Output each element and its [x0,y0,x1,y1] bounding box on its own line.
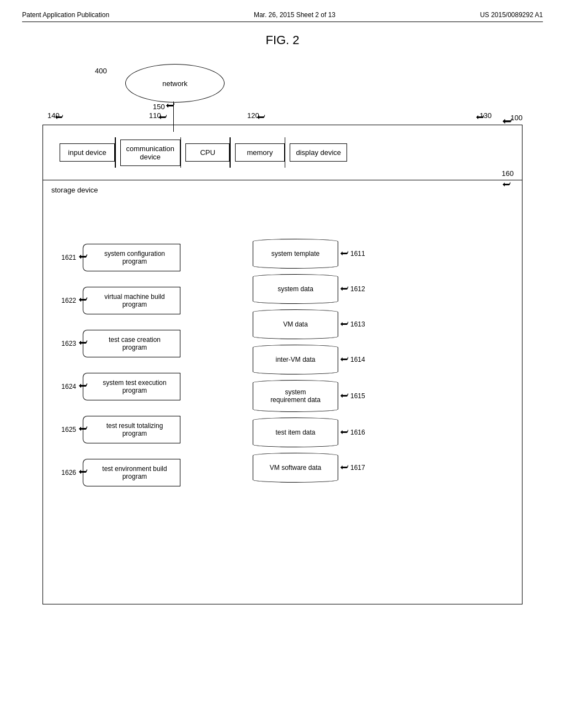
diagram: 400 network 100 ⮨ 150 ⮨ 140 ⮨ 110 ⮨ 120 [42,64,523,643]
data-label-1612: system data [278,285,313,293]
arrow-110: ⮨ [159,113,167,122]
storage-section: storage device 1621 ⮨ system configurati… [43,180,522,604]
data-item-1615: systemrequirement data ⮨ 1615 [253,385,407,407]
cpu-label: CPU [200,148,215,157]
top-row: 140 ⮨ 110 ⮨ 120 ⮨ 130 ⮨ input device [43,125,522,180]
prog-box-1621: system configurationprogram [89,244,180,271]
data-label-1616: test item data [275,429,315,436]
cyl-sym-1617: ⮨ [340,463,349,473]
data-id-1617: 1617 [350,464,365,472]
arrow-140: ⮨ [55,113,63,122]
vline-2 [180,137,182,168]
data-id-1612: 1612 [350,285,365,293]
fig-title: FIG. 2 [22,33,543,47]
prog-id-1623: 1623 [51,340,76,347]
data-item-1617: VM software data ⮨ 1617 [253,458,407,478]
data-cyl-1617: VM software data [253,458,338,478]
page: Patent Application Publication Mar. 26, … [0,0,565,728]
program-item-1624: 1624 ⮨ system test executionprogram [51,373,206,400]
data-cyl-1616: test item data [253,422,338,442]
header-center: Mar. 26, 2015 Sheet 2 of 13 [254,11,335,19]
memory-box: memory [235,143,285,162]
data-column: system template ⮨ 1611 system data [253,244,407,493]
vline-3 [230,137,231,168]
program-item-1625: 1625 ⮨ test result totalizingprogram [51,416,206,443]
label-160: 160 [502,169,514,178]
comm-device-label: communicationdevice [126,144,174,161]
data-item-1614: inter-VM data ⮨ 1614 [253,350,407,370]
arrow-130: ⮨ [476,113,484,122]
prog-label-1621: system configurationprogram [104,250,165,265]
cyl-sym-1611: ⮨ [340,249,349,259]
prog-label-1623: test case creationprogram [109,336,161,351]
program-item-1626: 1626 ⮨ test environment buildprogram [51,459,206,486]
network-label: network [162,79,188,88]
data-cyl-1615: systemrequirement data [253,385,338,407]
data-cyl-1611: system template [253,244,338,264]
data-id-1616: 1616 [350,429,365,436]
data-item-1611: system template ⮨ 1611 [253,244,407,264]
data-item-1612: system data ⮨ 1612 [253,279,407,299]
data-id-1615: 1615 [350,392,365,400]
vline-4 [285,137,286,168]
prog-box-1623: test case creationprogram [89,330,180,357]
data-id-1614: 1614 [350,356,365,363]
prog-box-1622: virtual machine buildprogram [89,287,180,314]
prog-label-1626: test environment buildprogram [102,465,167,480]
page-header: Patent Application Publication Mar. 26, … [22,11,543,22]
network-ellipse: network [125,64,225,103]
data-label-1617: VM software data [270,464,321,472]
header-left: Patent Application Publication [22,11,109,19]
prog-id-1626: 1626 [51,469,76,477]
label-150: 150 [153,103,165,111]
program-item-1621: 1621 ⮨ system configurationprogram [51,244,206,271]
prog-label-1625: test result totalizingprogram [106,422,163,437]
data-item-1616: test item data ⮨ 1616 [253,422,407,442]
cyl-sym-1613: ⮨ [340,320,349,329]
data-label-1614: inter-VM data [275,356,315,363]
comm-device-box: communicationdevice [120,140,180,166]
input-device-label: input device [68,148,106,157]
data-label-1613: VM data [283,320,308,328]
data-id-1611: 1611 [350,250,365,258]
prog-id-1624: 1624 [51,383,76,390]
label-400: 400 [95,67,107,75]
program-item-1622: 1622 ⮨ virtual machine buildprogram [51,287,206,314]
input-device-box: input device [60,143,115,162]
arrow-120: ⮨ [257,113,265,122]
cpu-box: CPU [185,143,230,162]
header-right: US 2015/0089292 A1 [480,11,543,19]
data-cyl-1612: system data [253,279,338,299]
prog-box-1626: test environment buildprogram [89,459,180,486]
prog-label-1622: virtual machine buildprogram [104,293,164,308]
prog-box-1624: system test executionprogram [89,373,180,400]
data-label-1611: system template [271,250,319,258]
prog-box-1625: test result totalizingprogram [89,416,180,443]
data-cyl-1613: VM data [253,314,338,334]
data-id-1613: 1613 [350,320,365,328]
prog-id-1621: 1621 [51,254,76,261]
prog-label-1624: system test executionprogram [103,379,166,394]
programs-column: 1621 ⮨ system configurationprogram 1622 … [51,244,206,502]
data-cyl-1614: inter-VM data [253,350,338,370]
cyl-sym-1615: ⮨ [340,392,349,401]
cyl-sym-1612: ⮨ [340,285,349,294]
label-150-group: 150 ⮨ [153,101,175,111]
vline-1 [115,137,116,168]
data-label-1615: systemrequirement data [270,388,321,404]
top-row-inner: input device communicationdevice CPU [43,125,522,180]
prog-id-1622: 1622 [51,297,76,304]
display-device-box: display device [290,143,347,162]
memory-label: memory [247,148,273,157]
data-item-1613: VM data ⮨ 1613 [253,314,407,334]
cyl-sym-1614: ⮨ [340,355,349,365]
program-item-1623: 1623 ⮨ test case creationprogram [51,330,206,357]
cyl-sym-1616: ⮨ [340,428,349,437]
display-device-label: display device [296,148,341,157]
storage-label: storage device [51,186,514,194]
prog-id-1625: 1625 [51,426,76,433]
main-box: 140 ⮨ 110 ⮨ 120 ⮨ 130 ⮨ input device [42,125,523,604]
